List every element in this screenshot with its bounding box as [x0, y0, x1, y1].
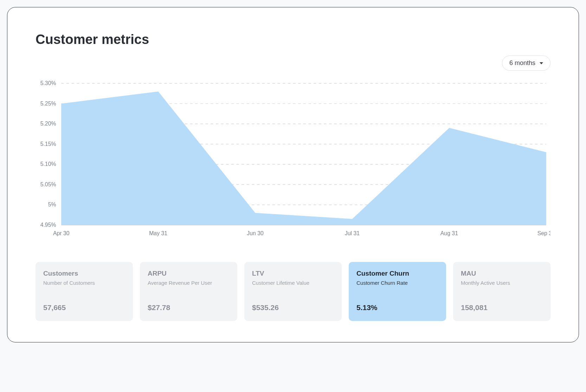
y-axis-tick-label: 4.95%: [40, 222, 56, 228]
y-axis-tick-label: 5%: [48, 201, 56, 207]
y-axis-tick-label: 5.20%: [40, 121, 56, 127]
metric-value: $535.26: [252, 303, 334, 312]
page-title: Customer metrics: [36, 32, 550, 47]
metric-subtitle: Number of Customers: [43, 279, 125, 294]
metric-card-mau[interactable]: MAUMonthly Active Users158,081: [453, 262, 550, 321]
x-axis-tick-label: Jun 30: [247, 230, 264, 236]
chart-toolbar: 6 months: [36, 56, 550, 71]
metrics-row: CustomersNumber of Customers57,665ARPUAv…: [36, 262, 550, 321]
metric-subtitle: Customer Lifetime Value: [252, 279, 334, 294]
y-axis-tick-label: 5.25%: [40, 101, 56, 107]
chevron-down-icon: [540, 62, 543, 64]
metric-subtitle: Customer Churn Rate: [356, 279, 438, 294]
time-range-label: 6 months: [509, 59, 535, 67]
metric-card-ltv[interactable]: LTVCustomer Lifetime Value$535.26: [244, 262, 342, 321]
metric-subtitle: Monthly Active Users: [461, 279, 543, 294]
y-axis-tick-label: 5.05%: [40, 181, 56, 187]
metric-value: 158,081: [461, 303, 543, 312]
y-axis-tick-label: 5.15%: [40, 141, 56, 147]
churn-area-chart: 5.30%5.25%5.20%5.15%5.10%5.05%5%4.95%Apr…: [36, 79, 550, 242]
metric-subtitle: Average Revenue Per User: [148, 279, 230, 294]
metric-title: Customers: [43, 270, 125, 277]
metric-title: MAU: [461, 270, 543, 277]
x-axis-tick-label: May 31: [149, 230, 167, 236]
metric-title: Customer Churn: [356, 270, 438, 277]
x-axis-tick-label: Jul 31: [345, 230, 360, 236]
metric-value: 57,665: [43, 303, 125, 312]
metric-title: LTV: [252, 270, 334, 277]
metric-title: ARPU: [148, 270, 230, 277]
metric-card-customers[interactable]: CustomersNumber of Customers57,665: [36, 262, 133, 321]
time-range-select[interactable]: 6 months: [502, 56, 550, 71]
metric-value: $27.78: [148, 303, 230, 312]
y-axis-tick-label: 5.10%: [40, 161, 56, 167]
metric-card-arpu[interactable]: ARPUAverage Revenue Per User$27.78: [140, 262, 237, 321]
x-axis-tick-label: Apr 30: [53, 230, 70, 236]
metric-card-churn[interactable]: Customer ChurnCustomer Churn Rate5.13%: [349, 262, 446, 321]
chart-svg: 5.30%5.25%5.20%5.15%5.10%5.05%5%4.95%Apr…: [36, 79, 550, 242]
x-axis-tick-label: Aug 31: [440, 230, 458, 236]
metric-value: 5.13%: [356, 303, 438, 312]
customer-metrics-card: Customer metrics 6 months 5.30%5.25%5.20…: [7, 7, 579, 342]
x-axis-tick-label: Sep 30: [537, 230, 550, 236]
y-axis-tick-label: 5.30%: [40, 80, 56, 86]
